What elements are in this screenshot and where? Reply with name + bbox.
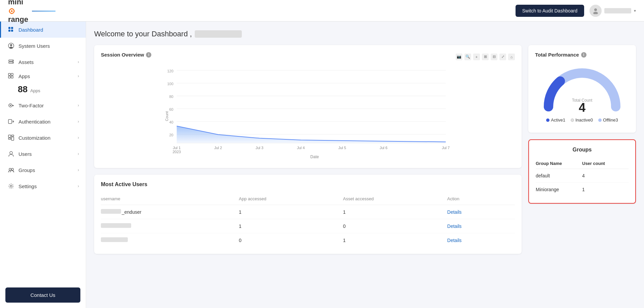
offline-dot <box>598 118 602 122</box>
gauge-svg: Total Count 4 <box>542 66 622 113</box>
authentication-chevron: › <box>78 119 79 124</box>
two-factor-chevron: › <box>78 103 79 108</box>
settings-icon-svg <box>8 183 14 189</box>
svg-text:Jul 3: Jul 3 <box>256 146 263 150</box>
main-content: Welcome to your Dashboard , Session Over… <box>86 22 644 308</box>
grid-icon <box>8 26 14 33</box>
sidebar-label-assets: Assets <box>18 59 34 65</box>
user-3-app: 0 <box>239 238 340 243</box>
groups-icon-svg <box>8 167 14 173</box>
sidebar-item-groups[interactable]: Groups › <box>0 162 86 178</box>
inactive-label: Inactive <box>575 117 591 123</box>
svg-text:80: 80 <box>169 95 173 99</box>
user-1-name: _enduser <box>101 209 236 215</box>
logo-text: mini range <box>8 0 31 24</box>
groups-card: Groups Group Name User count default 4 M… <box>528 139 636 204</box>
svg-rect-28 <box>8 119 12 124</box>
svg-text:Jul 1: Jul 1 <box>173 146 181 150</box>
svg-point-17 <box>12 60 13 61</box>
sidebar-label-system-users: System Users <box>18 43 50 49</box>
fullscreen-icon[interactable]: ⤢ <box>499 54 506 60</box>
svg-rect-20 <box>11 73 13 75</box>
session-overview-title: Session Overview i <box>101 52 151 58</box>
col-asset-accessed: Asset accessed <box>343 196 445 201</box>
system-users-icon-svg <box>8 43 14 49</box>
col-username: username <box>101 196 236 201</box>
welcome-header: Welcome to your Dashboard , <box>94 30 636 38</box>
user-icon <box>592 7 599 14</box>
camera-icon[interactable]: 📷 <box>456 54 462 60</box>
home-icon[interactable]: ⌂ <box>508 54 515 60</box>
sidebar-item-users[interactable]: Users › <box>0 146 86 162</box>
total-performance-title: Total Performance i <box>535 52 629 58</box>
expand-icon[interactable]: ⊞ <box>482 54 489 60</box>
svg-point-35 <box>9 168 11 170</box>
group-count-miniorange: 1 <box>582 187 629 192</box>
user-dropdown[interactable]: ▾ <box>590 5 636 17</box>
offline-count: 3 <box>615 117 618 123</box>
audit-dashboard-button[interactable]: Switch to Audit Dashboard <box>516 5 584 17</box>
sidebar-item-customization[interactable]: Customization › <box>0 130 86 146</box>
svg-text:2023: 2023 <box>173 150 181 154</box>
user-1-details-link[interactable]: Details <box>447 209 515 215</box>
header: mini range Switch to Audit Dashboard <box>0 0 644 22</box>
groups-title: Groups <box>536 147 629 153</box>
group-count-default: 4 <box>582 173 629 178</box>
svg-point-7 <box>593 12 598 14</box>
svg-rect-9 <box>11 27 13 29</box>
inactive-count: 0 <box>591 117 593 123</box>
user-dropdown-chevron[interactable]: ▾ <box>634 8 636 13</box>
sidebar-item-apps[interactable]: Apps › 88 Apps <box>0 70 86 97</box>
customization-icon-svg <box>8 135 14 141</box>
apps-chevron: › <box>78 74 79 78</box>
user-3-details-link[interactable]: Details <box>447 238 515 243</box>
svg-text:Jul 2: Jul 2 <box>214 146 222 150</box>
sidebar-item-assets[interactable]: Assets › <box>0 54 86 70</box>
groups-table-header: Group Name User count <box>536 158 629 169</box>
svg-text:Jul 7: Jul 7 <box>442 146 450 150</box>
user-2-name <box>101 223 236 229</box>
gauge-container: Total Count 4 Active 1 <box>535 63 629 126</box>
zoom-icon[interactable]: 🔍 <box>464 54 471 60</box>
plus-icon[interactable]: + <box>473 54 480 60</box>
svg-text:4: 4 <box>579 101 585 113</box>
user-2-details-link[interactable]: Details <box>447 224 515 229</box>
contact-us-button[interactable]: Contact Us <box>5 287 80 303</box>
svg-rect-11 <box>11 30 13 32</box>
group-name-miniorange: Miniorange <box>536 187 582 192</box>
svg-text:Jul 5: Jul 5 <box>338 146 346 150</box>
logo-gear-icon <box>8 8 15 14</box>
minimize-icon[interactable]: ⊟ <box>491 54 497 60</box>
auth-icon-svg <box>8 118 14 125</box>
sidebar-item-system-users[interactable]: System Users <box>0 38 86 54</box>
svg-rect-10 <box>8 30 10 32</box>
svg-text:100: 100 <box>167 82 173 86</box>
group-name-default: default <box>536 173 582 178</box>
sidebar-item-authentication[interactable]: Authentication › <box>0 113 86 130</box>
user-1-asset: 1 <box>343 209 445 215</box>
svg-text:Count: Count <box>165 111 169 121</box>
performance-info-icon[interactable]: i <box>581 52 586 58</box>
sidebar-item-dashboard[interactable]: Dashboard <box>0 22 86 38</box>
apps-count-number: 88 <box>18 84 28 94</box>
session-info-icon[interactable]: i <box>146 52 151 58</box>
user-name <box>604 8 631 13</box>
total-performance-label: Total Performance <box>535 52 579 58</box>
assets-icon-svg <box>8 59 14 65</box>
total-performance-card: Total Performance i Total Count 4 <box>528 45 636 133</box>
widget-icon <box>8 134 14 141</box>
svg-text:20: 20 <box>169 133 173 137</box>
sidebar-item-two-factor[interactable]: Two-Factor › <box>0 97 86 113</box>
table-header: username App accessed Asset accessed Act… <box>101 193 515 205</box>
sidebar-label-users: Users <box>18 151 32 157</box>
sidebar-bottom: Contact Us <box>0 282 86 308</box>
sidebar-label-groups: Groups <box>18 167 35 173</box>
avatar[interactable] <box>590 5 602 17</box>
sidebar-label-settings: Settings <box>18 183 37 189</box>
svg-text:40: 40 <box>169 120 173 124</box>
svg-text:Jul 6: Jul 6 <box>380 146 387 150</box>
gear-icon <box>8 183 14 190</box>
sidebar-item-settings[interactable]: Settings › <box>0 178 86 194</box>
welcome-title: Welcome to your Dashboard , <box>94 30 192 38</box>
svg-rect-2 <box>11 8 12 9</box>
